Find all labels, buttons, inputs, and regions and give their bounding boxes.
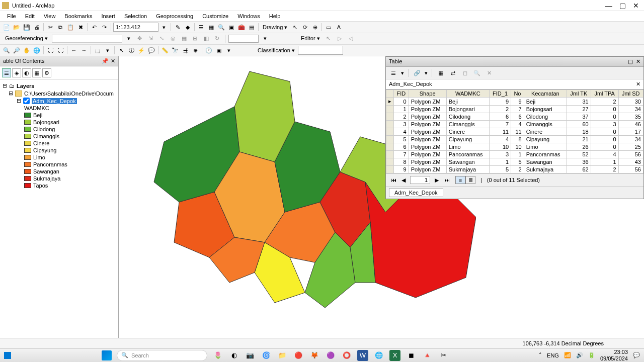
legend-item[interactable]: Beji [2, 112, 116, 119]
cell[interactable]: Bojongsari [524, 106, 567, 113]
back-icon[interactable]: ← [69, 46, 78, 55]
tree-layers-root[interactable]: ⊟ 🗂 Layers [2, 82, 116, 89]
table-select-by-attr-icon[interactable]: ▦ [436, 68, 445, 77]
legend-item[interactable]: Bojongsari [2, 119, 116, 126]
nav-first-icon[interactable]: ⏮ [390, 177, 397, 183]
task-firefox-icon[interactable]: 🦊 [309, 350, 320, 361]
pointer-icon[interactable]: ↖ [117, 46, 126, 55]
classification-menu[interactable]: Classification ▾ [256, 47, 297, 54]
cell[interactable]: 2 [591, 166, 618, 173]
scale-input[interactable] [113, 23, 158, 32]
toc-list-by-visibility-icon[interactable]: ◐ [22, 68, 31, 77]
cell[interactable]: 3 [591, 121, 618, 128]
cell[interactable]: 0 [591, 113, 618, 121]
fixed-zoom-in-icon[interactable]: ⛶ [46, 46, 55, 55]
cell[interactable]: 5 [394, 136, 409, 143]
go-to-xy-icon[interactable]: ⊕ [191, 46, 200, 55]
cell[interactable]: 0 [591, 106, 618, 113]
cell[interactable]: Sukmajaya [446, 166, 489, 173]
viewer-icon[interactable]: ▣ [214, 46, 223, 55]
classification-input[interactable] [298, 46, 343, 55]
cell[interactable]: Cipayung [446, 136, 489, 143]
menu-windows[interactable]: Windows [233, 12, 264, 20]
legend-item[interactable]: Tapos [2, 182, 116, 189]
cell[interactable]: 10 [489, 143, 511, 151]
html-popup-icon[interactable]: 💬 [147, 46, 156, 55]
column-header[interactable]: FID_1 [489, 90, 511, 98]
cell[interactable]: 60 [567, 121, 591, 128]
cell[interactable]: Beji [524, 98, 567, 106]
tray-wifi-icon[interactable]: 📶 [564, 352, 571, 358]
row-selector[interactable] [386, 151, 394, 158]
task-chrome-icon[interactable]: 🔴 [293, 350, 304, 361]
zoom-in-icon[interactable]: 🔍 [2, 46, 11, 55]
cell[interactable]: 1 [489, 158, 511, 166]
open-icon[interactable]: 📂 [12, 23, 21, 32]
nav-last-icon[interactable]: ⏭ [443, 177, 450, 183]
legend-item[interactable]: Sukmajaya [2, 175, 116, 182]
search-window-icon[interactable]: 🔍 [217, 23, 226, 32]
menu-insert[interactable]: Insert [97, 12, 119, 20]
scale-dropdown-icon[interactable]: ▾ [159, 23, 169, 32]
table-row[interactable]: 3Polygon ZMCimanggis74Cimanggis60346 [386, 121, 643, 128]
time-slider-icon[interactable]: 🕐 [204, 46, 213, 55]
cell[interactable]: 62 [567, 166, 591, 173]
paste-icon[interactable]: 📋 [66, 23, 75, 32]
task-edge-icon[interactable]: 🌀 [261, 350, 272, 361]
table-grid[interactable]: FIDShapeWADMKCFID_1NoKecamatanJml TKJml … [386, 89, 643, 173]
tray-clock[interactable]: 23:03 09/05/2024 [600, 349, 628, 361]
task-snip-icon[interactable]: ✂ [438, 350, 449, 361]
layer-visibility-checkbox[interactable] [23, 98, 30, 104]
cell[interactable]: 2 [511, 166, 524, 173]
table-row[interactable]: 5Polygon ZMCipayung48Cipayung21034 [386, 136, 643, 143]
task-chrome2-icon[interactable]: ⭕ [341, 350, 352, 361]
cell[interactable]: 46 [618, 121, 643, 128]
save-icon[interactable]: 💾 [22, 23, 31, 32]
menu-bookmarks[interactable]: Bookmarks [60, 12, 96, 20]
cell[interactable]: Pancoranmas [524, 151, 567, 158]
editor-toolbar-icon[interactable]: ✎ [173, 23, 182, 32]
cell[interactable]: Polygon ZM [409, 158, 446, 166]
rotate-icon[interactable]: ⟳ [300, 23, 309, 32]
legend-item[interactable]: Pancoranmas [2, 161, 116, 168]
column-header[interactable]: WADMKC [446, 90, 489, 98]
table-row[interactable]: 9Polygon ZMSukmajaya52Sukmajaya62256 [386, 166, 643, 173]
cell[interactable]: 7 [394, 151, 409, 158]
menu-view[interactable]: View [40, 12, 60, 20]
toc-icon[interactable]: ☰ [197, 23, 206, 32]
cell[interactable]: Limo [446, 143, 489, 151]
cell[interactable]: 0 [394, 98, 409, 106]
cell[interactable]: 0 [591, 143, 618, 151]
cell[interactable]: Cilodong [524, 113, 567, 121]
cell[interactable]: Cilodong [446, 113, 489, 121]
column-header[interactable]: No [511, 90, 524, 98]
measure-icon[interactable]: 📏 [160, 46, 170, 55]
expand-icon[interactable]: ⊟ [16, 98, 21, 104]
table-row[interactable]: 8Polygon ZMSawangan15Sawangan36143 [386, 158, 643, 166]
georef-dropdown-icon[interactable]: ▾ [124, 34, 133, 43]
column-header[interactable]: FID [394, 90, 409, 98]
row-selector[interactable] [386, 128, 394, 136]
viewer-dropdown-icon[interactable]: ▾ [224, 46, 233, 55]
cell[interactable]: 8 [511, 136, 524, 143]
cell[interactable]: 56 [618, 166, 643, 173]
task-camera-icon[interactable]: 📷 [245, 350, 256, 361]
cell[interactable]: 52 [567, 151, 591, 158]
expand-icon[interactable]: ⊟ [8, 90, 13, 97]
legend-item[interactable]: Cimanggis [2, 133, 116, 140]
minimize-button[interactable]: — [605, 2, 612, 10]
cell[interactable]: 5 [511, 158, 524, 166]
cell[interactable]: 1 [511, 151, 524, 158]
cell[interactable]: 0 [591, 136, 618, 143]
cell[interactable]: 37 [567, 113, 591, 121]
task-word-icon[interactable]: W [357, 350, 368, 361]
cell[interactable]: 11 [511, 128, 524, 136]
select-arrow-icon[interactable]: ↖ [290, 23, 299, 32]
cell[interactable]: 25 [618, 143, 643, 151]
expand-icon[interactable]: ⊟ [2, 82, 7, 89]
table-row[interactable]: 7Polygon ZMPancoranmas31Pancoranmas52456 [386, 151, 643, 158]
row-selector[interactable]: ▸ [386, 98, 394, 106]
cell[interactable]: Sukmajaya [524, 166, 567, 173]
cell[interactable]: 5 [489, 166, 511, 173]
cell[interactable]: 2 [591, 98, 618, 106]
